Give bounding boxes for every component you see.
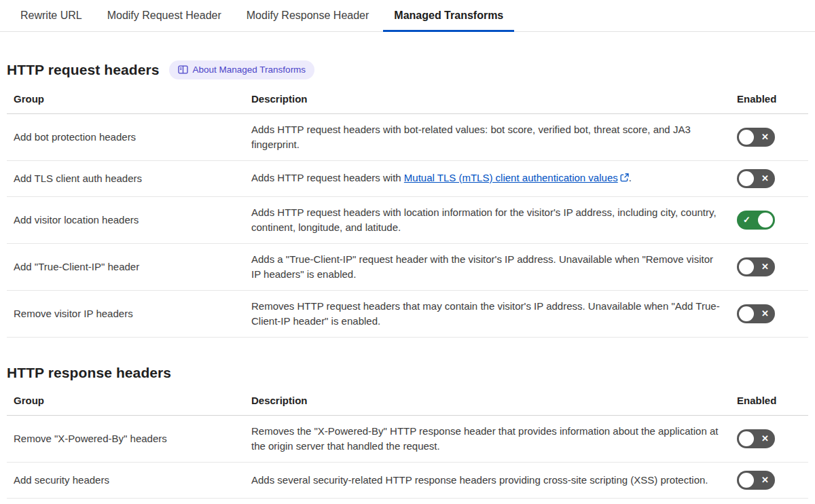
description-cell: Adds HTTP request headers with Mutual TL… (244, 160, 730, 196)
enabled-cell: ✕ (730, 243, 808, 290)
enabled-cell: ✕ (730, 160, 808, 196)
toggle-add-tls-client-auth-headers[interactable]: ✕ (737, 169, 775, 188)
mtls-values-link[interactable]: Mutual TLS (mTLS) client authentication … (404, 172, 618, 183)
toggle-knob (739, 473, 754, 488)
external-link-icon (620, 171, 629, 186)
group-cell: Remove visitor IP headers (7, 290, 244, 337)
table-row: Remove "X-Powered-By" headers Removes th… (7, 415, 808, 462)
group-cell: Add "True-Client-IP" header (7, 243, 244, 290)
tab-label: Modify Response Header (247, 10, 369, 22)
toggle-add-true-client-ip-header[interactable]: ✕ (737, 257, 775, 276)
enabled-cell: ✕ (730, 290, 808, 337)
description-cell: Adds HTTP request headers with bot-relat… (244, 113, 730, 160)
description-cell: Adds HTTP request headers with location … (244, 196, 730, 243)
description-cell: Adds several security-related HTTP respo… (244, 462, 730, 498)
table-row: Add visitor location headers Adds HTTP r… (7, 196, 808, 243)
toggle-state-icon: ✓ (743, 211, 750, 230)
group-cell: Add visitor location headers (7, 196, 244, 243)
enabled-cell: ✕ (730, 113, 808, 160)
toggle-knob (758, 213, 773, 228)
tab-managed-transforms[interactable]: Managed Transforms (383, 0, 514, 31)
table-row: Remove visitor IP headers Removes HTTP r… (7, 290, 808, 337)
toggle-remove-visitor-ip-headers[interactable]: ✕ (737, 304, 775, 323)
group-cell: Add TLS client auth headers (7, 160, 244, 196)
table-header-row: Group Description Enabled (7, 86, 808, 114)
column-header-group: Group (7, 86, 244, 114)
toggle-remove-x-powered-by-headers[interactable]: ✕ (737, 429, 775, 448)
tab-label: Managed Transforms (394, 10, 503, 22)
tab-modify-request-header[interactable]: Modify Request Header (96, 0, 232, 31)
column-header-group: Group (7, 388, 244, 416)
table-row: Add security headers Adds several securi… (7, 462, 808, 498)
toggle-knob (739, 171, 754, 186)
toggle-knob (739, 130, 754, 145)
table-header-row: Group Description Enabled (7, 388, 808, 416)
toggle-state-icon: ✕ (761, 128, 769, 147)
response-headers-section-header: HTTP response headers (7, 365, 808, 381)
response-headers-table: Group Description Enabled Remove "X-Powe… (7, 388, 808, 499)
table-row: Add "True-Client-IP" header Adds a "True… (7, 243, 808, 290)
description-cell: Removes HTTP request headers that may co… (244, 290, 730, 337)
about-managed-transforms-label: About Managed Transforms (193, 65, 306, 75)
enabled-cell: ✓ (730, 196, 808, 243)
column-header-enabled: Enabled (730, 86, 808, 114)
toggle-state-icon: ✕ (761, 257, 769, 276)
toggle-state-icon: ✕ (761, 304, 769, 323)
group-cell: Add bot protection headers (7, 113, 244, 160)
request-headers-table: Group Description Enabled Add bot protec… (7, 86, 808, 338)
request-headers-section-header: HTTP request headers About Managed Trans… (7, 60, 808, 79)
column-header-enabled: Enabled (730, 388, 808, 416)
table-row: Add TLS client auth headers Adds HTTP re… (7, 160, 808, 196)
description-cell: Removes the "X-Powered-By" HTTP response… (244, 415, 730, 462)
request-headers-title: HTTP request headers (7, 62, 160, 78)
toggle-state-icon: ✕ (761, 169, 769, 188)
toggle-knob (739, 259, 754, 274)
toggle-knob (739, 431, 754, 446)
description-cell: Adds a "True-Client-IP" request header w… (244, 243, 730, 290)
tab-bar: Rewrite URL Modify Request Header Modify… (0, 0, 815, 32)
about-managed-transforms-link[interactable]: About Managed Transforms (169, 60, 315, 79)
toggle-state-icon: ✕ (761, 429, 769, 448)
tab-label: Rewrite URL (20, 10, 82, 22)
tab-modify-response-header[interactable]: Modify Response Header (236, 0, 380, 31)
table-row: Add bot protection headers Adds HTTP req… (7, 113, 808, 160)
toggle-add-security-headers[interactable]: ✕ (737, 471, 775, 490)
open-book-icon (178, 65, 188, 74)
toggle-add-visitor-location-headers[interactable]: ✓ (737, 211, 775, 230)
response-headers-title: HTTP response headers (7, 365, 171, 381)
toggle-add-bot-protection-headers[interactable]: ✕ (737, 128, 775, 147)
toggle-knob (739, 306, 754, 321)
tab-rewrite-url[interactable]: Rewrite URL (10, 0, 93, 31)
group-cell: Remove "X-Powered-By" headers (7, 415, 244, 462)
enabled-cell: ✕ (730, 462, 808, 498)
group-cell: Add security headers (7, 462, 244, 498)
column-header-description: Description (244, 86, 730, 114)
tab-label: Modify Request Header (107, 10, 221, 22)
toggle-state-icon: ✕ (761, 471, 769, 490)
column-header-description: Description (244, 388, 730, 416)
enabled-cell: ✕ (730, 415, 808, 462)
